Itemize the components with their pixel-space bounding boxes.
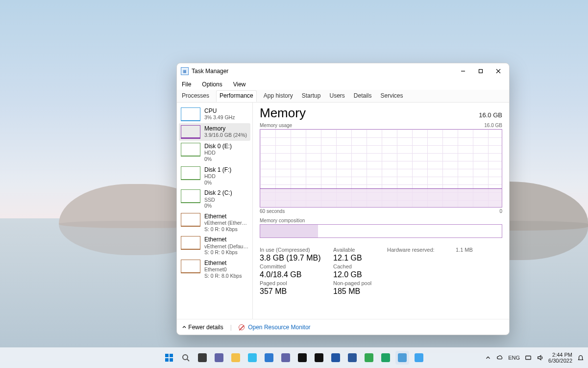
tray-clock[interactable]: 2:44 PM 6/30/2022 xyxy=(548,352,572,364)
open-resource-monitor-link[interactable]: Open Resource Monitor xyxy=(239,324,311,331)
stat-nonpaged-value: 185 MB xyxy=(333,287,387,296)
taskbar-terminal2-icon[interactable] xyxy=(312,351,326,365)
eth-thumb-icon xyxy=(181,213,200,227)
taskbar-task-manager-icon[interactable] xyxy=(395,351,409,365)
taskbar-terminal-icon[interactable] xyxy=(295,351,309,365)
resource-sub1: 3.9/16.0 GB (24%) xyxy=(204,132,247,138)
svg-rect-1 xyxy=(479,70,483,73)
resource-sub1: Ethernet0 xyxy=(204,266,242,273)
menu-file[interactable]: File xyxy=(180,80,193,89)
detail-title: Memory xyxy=(260,105,306,121)
window-title: Task Manager xyxy=(192,68,228,75)
resource-item-eth-7[interactable]: EthernetEthernet0S: 0 R: 8.0 Kbps xyxy=(179,258,250,281)
svg-point-8 xyxy=(183,355,188,360)
stat-avail-value: 12.1 GB xyxy=(333,254,387,263)
stat-paged-label: Paged pool xyxy=(260,280,333,286)
menu-options[interactable]: Options xyxy=(200,80,224,89)
tab-performance[interactable]: Performance xyxy=(216,90,257,102)
chevron-up-icon[interactable] xyxy=(485,354,491,361)
resource-name: CPU xyxy=(204,107,235,114)
stat-hw-value: 1.1 MB xyxy=(456,247,485,253)
stat-paged-value: 357 MB xyxy=(260,287,333,296)
resource-sub1: vEthernet (Default ... xyxy=(204,243,248,250)
stat-cached-label: Cached xyxy=(333,263,387,269)
menubar: File Options View xyxy=(177,79,509,90)
resource-sub1: SSD xyxy=(204,197,232,203)
tab-processes[interactable]: Processes xyxy=(180,90,211,102)
resource-item-eth-5[interactable]: EthernetvEthernet (Etherne...S: 0 R: 0 K… xyxy=(179,211,250,235)
eth-thumb-icon xyxy=(181,260,200,273)
taskbar-word-icon[interactable] xyxy=(345,351,359,365)
network-icon[interactable] xyxy=(525,354,532,361)
chart-label-tl: Memory usage xyxy=(260,123,292,128)
resource-sub2: 0% xyxy=(204,156,232,162)
tray-language[interactable]: ENG xyxy=(508,355,520,361)
taskbar-file-explorer-icon[interactable] xyxy=(229,351,243,365)
tray-date: 6/30/2022 xyxy=(548,358,572,364)
maximize-button[interactable] xyxy=(472,64,490,78)
menu-view[interactable]: View xyxy=(231,80,248,89)
tab-users[interactable]: Users xyxy=(327,90,346,102)
taskbar-start-icon[interactable] xyxy=(162,351,176,365)
fewer-details-button[interactable]: Fewer details xyxy=(182,324,223,331)
tab-startup[interactable]: Startup xyxy=(300,90,323,102)
resource-sub2: 0% xyxy=(204,180,231,186)
taskbar-photos-icon[interactable] xyxy=(412,351,426,365)
taskbar-edge-icon[interactable] xyxy=(245,351,259,365)
taskbar-store-icon[interactable] xyxy=(262,351,276,365)
resource-name: Ethernet xyxy=(204,260,242,266)
system-tray[interactable]: ENG 2:44 PM 6/30/2022 xyxy=(485,352,584,364)
cloud-icon[interactable] xyxy=(496,354,503,361)
stat-nonpaged-label: Non-paged pool xyxy=(333,280,387,286)
window-footer: Fewer details | Open Resource Monitor xyxy=(177,319,509,335)
resource-list: CPU3% 3.49 GHzMemory3.9/16.0 GB (24%)Dis… xyxy=(177,103,253,319)
taskbar-task-view-icon[interactable] xyxy=(196,351,209,365)
stat-cached-value: 12.0 GB xyxy=(333,270,387,279)
memory-composition-bar xyxy=(260,224,502,238)
close-button[interactable] xyxy=(490,64,507,78)
chart-label-br: 0 xyxy=(499,209,502,214)
taskbar-chat-icon[interactable] xyxy=(212,351,226,365)
memory-usage-chart xyxy=(260,129,502,208)
eth-thumb-icon xyxy=(181,236,200,250)
taskbar-edge-dev-icon[interactable] xyxy=(379,351,392,365)
taskbar-center xyxy=(162,351,426,365)
volume-icon[interactable] xyxy=(537,354,543,361)
tabbar: Processes Performance App history Startu… xyxy=(177,90,509,103)
taskbar-calc-icon[interactable] xyxy=(329,351,343,365)
resource-sub2: S: 0 R: 8.0 Kbps xyxy=(204,273,242,279)
chart-label-bl: 60 seconds xyxy=(260,209,285,214)
notifications-icon[interactable] xyxy=(577,354,584,361)
resource-item-mem-1[interactable]: Memory3.9/16.0 GB (24%) xyxy=(179,123,250,141)
resource-sub1: vEthernet (Etherne... xyxy=(204,220,248,226)
cpu-thumb-icon xyxy=(181,107,200,121)
disk-thumb-icon xyxy=(181,166,200,180)
tab-services[interactable]: Services xyxy=(379,90,405,102)
taskbar-chrome-icon[interactable] xyxy=(362,351,376,365)
open-resource-monitor-label: Open Resource Monitor xyxy=(248,324,310,331)
taskbar-search-icon[interactable] xyxy=(179,351,193,365)
resource-item-cpu-0[interactable]: CPU3% 3.49 GHz xyxy=(179,105,250,123)
tab-details[interactable]: Details xyxy=(352,90,374,102)
memory-stats: In use (Compressed) Available Hardware r… xyxy=(260,247,502,296)
composition-label: Memory composition xyxy=(260,218,502,223)
chart-label-tr: 16.0 GB xyxy=(484,123,502,128)
svg-rect-5 xyxy=(170,354,173,357)
stat-avail-label: Available xyxy=(333,247,387,253)
tray-time: 2:44 PM xyxy=(548,352,572,358)
svg-rect-10 xyxy=(526,356,531,360)
resource-item-disk-2[interactable]: Disk 0 (E:)HDD0% xyxy=(179,141,250,164)
resource-item-eth-6[interactable]: EthernetvEthernet (Default ...S: 0 R: 0 … xyxy=(179,234,250,258)
resource-name: Disk 0 (E:) xyxy=(204,143,232,150)
resource-name: Ethernet xyxy=(204,236,248,243)
taskbar: ENG 2:44 PM 6/30/2022 xyxy=(0,347,588,368)
minimize-button[interactable] xyxy=(454,64,472,78)
resource-name: Ethernet xyxy=(204,213,248,220)
resource-item-disk-4[interactable]: Disk 2 (C:)SSD0% xyxy=(179,187,250,211)
svg-rect-7 xyxy=(170,358,173,362)
titlebar[interactable]: ▦ Task Manager xyxy=(177,63,509,79)
resource-item-disk-3[interactable]: Disk 1 (F:)HDD0% xyxy=(179,164,250,188)
taskbar-video-icon[interactable] xyxy=(279,351,293,365)
tab-app-history[interactable]: App history xyxy=(262,90,295,102)
svg-line-9 xyxy=(187,359,189,361)
